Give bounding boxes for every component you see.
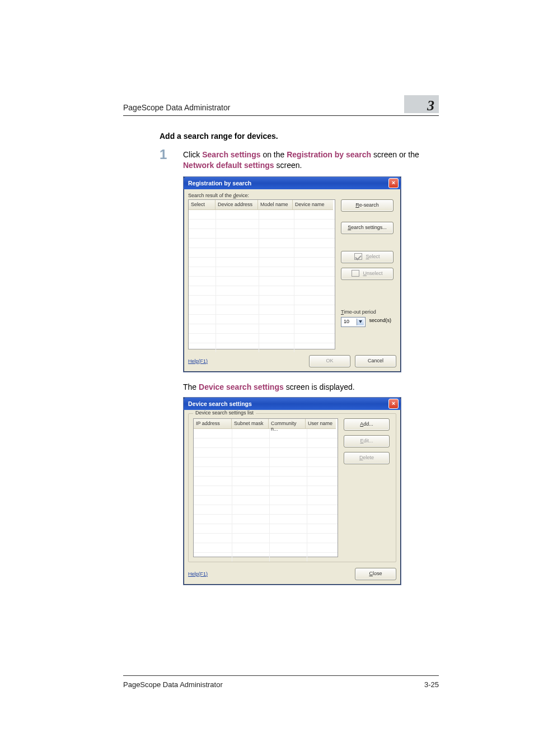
ok-button[interactable]: OK xyxy=(309,355,350,367)
ui-term: Network default settings xyxy=(183,161,274,170)
group-settings-list: Device search settings list IP address S… xyxy=(188,413,396,562)
section-heading: Add a search range for devices. xyxy=(160,132,439,141)
header-rule xyxy=(123,115,439,116)
col-device-name[interactable]: Device name xyxy=(293,200,333,210)
dialog-titlebar: Device search settings × xyxy=(184,398,401,410)
table-header-row: IP address Subnet mask Community n... Us… xyxy=(194,419,338,429)
re-search-button[interactable]: Re-search xyxy=(341,199,394,212)
dialog-title: Device search settings xyxy=(188,400,252,407)
search-result-table[interactable]: Select Device address Model name Device … xyxy=(188,199,335,349)
group-title: Device search settings list xyxy=(193,410,256,416)
add-button[interactable]: Add... xyxy=(344,418,390,431)
dialog2-bottom-bar: Help(F1) Close xyxy=(188,562,396,580)
search-result-header: Search result of the device: xyxy=(188,193,396,198)
timeout-label: Time-out period xyxy=(341,309,376,315)
unselect-button[interactable]: Unselect xyxy=(341,268,394,280)
delete-button[interactable]: Delete xyxy=(344,452,390,464)
cancel-button[interactable]: Cancel xyxy=(355,355,396,367)
table-header-row: Select Device address Model name Device … xyxy=(189,200,335,210)
col-community[interactable]: Community n... xyxy=(269,419,306,429)
step-number: 1 xyxy=(160,150,170,171)
edit-button[interactable]: Edit... xyxy=(344,435,390,447)
table-body xyxy=(189,210,335,352)
help-link[interactable]: Help(F1) xyxy=(188,571,208,577)
close-icon[interactable]: × xyxy=(388,399,399,409)
timeout-select[interactable]: 10 xyxy=(341,317,366,327)
table-body xyxy=(194,429,338,562)
ui-term: Device search settings xyxy=(199,382,284,391)
help-link[interactable]: Help(F1) xyxy=(188,358,208,364)
step-body: Click Search settings on the Registratio… xyxy=(183,150,439,171)
close-icon[interactable]: × xyxy=(388,178,399,188)
document-page: PageScope Data Administrator 3 Add a sea… xyxy=(0,0,534,756)
page-footer: PageScope Data Administrator 3-25 xyxy=(123,675,439,689)
col-user[interactable]: User name xyxy=(306,419,336,429)
step-1: 1 Click Search settings on the Registrat… xyxy=(160,150,439,171)
dialog-title: Registration by search xyxy=(188,180,251,186)
settings-list-table[interactable]: IP address Subnet mask Community n... Us… xyxy=(193,418,338,557)
ui-term: Registration by search xyxy=(287,150,371,159)
select-button[interactable]: Select xyxy=(341,251,394,263)
chapter-number-chip: 3 xyxy=(404,95,439,113)
checkbox-empty-icon xyxy=(352,270,359,277)
dialog-device-search-settings: Device search settings × Device search s… xyxy=(183,397,439,585)
col-select[interactable]: Select xyxy=(189,200,216,210)
ui-term: Search settings xyxy=(202,150,260,159)
checkbox-icon xyxy=(354,253,362,260)
page-number: 3-25 xyxy=(424,680,439,689)
content-area: Add a search range for devices. 1 Click … xyxy=(160,132,439,595)
search-settings-button[interactable]: Search settings... xyxy=(341,222,394,234)
result-text: The Device search settings screen is dis… xyxy=(183,382,439,391)
dialog1-side-buttons: Re-search Search settings... Select Unse… xyxy=(341,199,394,349)
col-device-address[interactable]: Device address xyxy=(216,200,258,210)
footer-title: PageScope Data Administrator xyxy=(123,680,223,689)
col-model-name[interactable]: Model name xyxy=(258,200,293,210)
running-header: PageScope Data Administrator xyxy=(123,103,230,112)
col-subnet[interactable]: Subnet mask xyxy=(232,419,269,429)
timeout-unit: second(s) xyxy=(369,318,392,323)
dialog2-side-buttons: Add... Edit... Delete xyxy=(344,418,390,557)
col-ip[interactable]: IP address xyxy=(194,419,232,429)
dialog-titlebar: Registration by search × xyxy=(184,177,401,189)
dialog-registration-by-search: Registration by search × Search result o… xyxy=(183,176,439,372)
close-button[interactable]: Close xyxy=(355,568,396,580)
